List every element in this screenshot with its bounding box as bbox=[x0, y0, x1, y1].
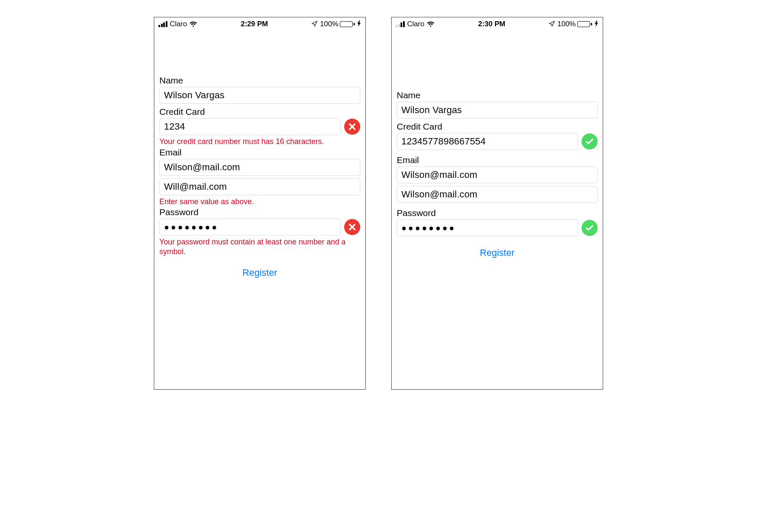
battery-percent: 100% bbox=[557, 20, 576, 28]
phone-screen-left: Claro 2:29 PM 100% Name Wilson Vargas Cr… bbox=[154, 17, 366, 390]
name-label: Name bbox=[159, 75, 360, 86]
email-confirm-field[interactable]: Wilson@mail.com bbox=[397, 186, 598, 203]
email-field[interactable]: Wilson@mail.com bbox=[397, 166, 598, 183]
signal-icon bbox=[396, 21, 405, 27]
credit-card-error: Your credit card number must has 16 char… bbox=[159, 137, 360, 147]
password-error: Your password must contain at least one … bbox=[159, 237, 360, 256]
email-label: Email bbox=[397, 155, 598, 165]
password-field[interactable]: ●●●●●●●● bbox=[397, 219, 578, 236]
error-icon bbox=[344, 219, 360, 235]
carrier-label: Claro bbox=[170, 20, 187, 28]
name-field[interactable]: Wilson Vargas bbox=[397, 102, 598, 119]
charging-icon bbox=[357, 20, 361, 28]
password-field[interactable]: ●●●●●●●● bbox=[159, 219, 341, 236]
signal-icon bbox=[159, 21, 167, 27]
battery-icon bbox=[340, 21, 355, 27]
wifi-icon bbox=[427, 21, 434, 27]
phone-screen-right: Claro 2:30 PM 100% Name Wilson Vargas Cr… bbox=[391, 17, 603, 390]
register-button[interactable]: Register bbox=[397, 247, 598, 258]
clock-time: 2:30 PM bbox=[478, 20, 505, 28]
register-button[interactable]: Register bbox=[159, 267, 360, 278]
password-label: Password bbox=[159, 207, 360, 217]
credit-card-field[interactable]: 1234577898667554 bbox=[397, 133, 578, 150]
battery-percent: 100% bbox=[320, 20, 338, 28]
password-label: Password bbox=[397, 208, 598, 218]
location-icon bbox=[549, 21, 555, 28]
location-icon bbox=[312, 21, 317, 28]
error-icon bbox=[344, 119, 360, 135]
carrier-label: Claro bbox=[407, 20, 425, 28]
clock-time: 2:29 PM bbox=[241, 20, 268, 28]
email-error: Enter same value as above. bbox=[159, 197, 360, 207]
email-confirm-field[interactable]: Will@mail.com bbox=[159, 178, 360, 195]
check-icon bbox=[582, 220, 598, 236]
status-bar: Claro 2:30 PM 100% bbox=[392, 17, 603, 30]
wifi-icon bbox=[189, 21, 197, 27]
email-field[interactable]: Wilson@mail.com bbox=[159, 159, 360, 176]
check-icon bbox=[582, 133, 598, 150]
name-label: Name bbox=[397, 90, 598, 100]
status-bar: Claro 2:29 PM 100% bbox=[154, 17, 365, 30]
credit-card-label: Credit Card bbox=[159, 107, 360, 117]
email-label: Email bbox=[159, 147, 360, 158]
credit-card-field[interactable]: 1234 bbox=[159, 118, 341, 135]
charging-icon bbox=[595, 20, 598, 28]
battery-icon bbox=[577, 21, 592, 27]
name-field[interactable]: Wilson Vargas bbox=[159, 87, 360, 104]
credit-card-label: Credit Card bbox=[397, 122, 598, 132]
